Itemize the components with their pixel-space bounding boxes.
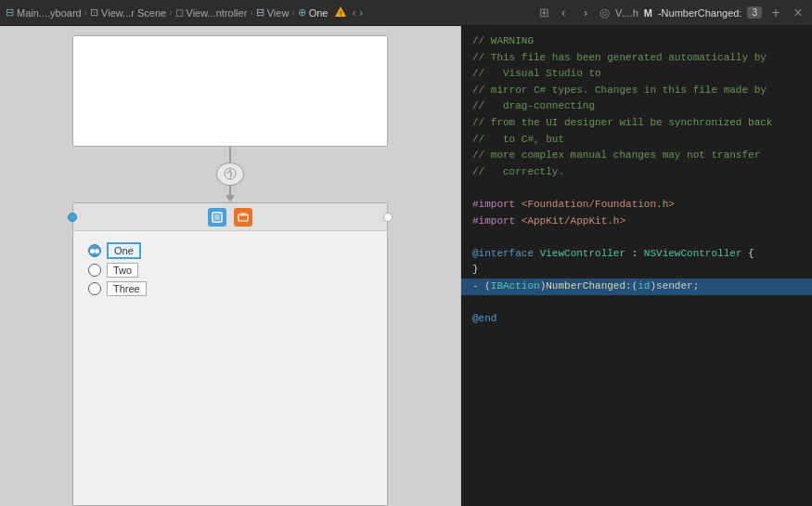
breadcrumb: ⊟ Main....yboard › ⊡ View...r Scene › ◻ …: [6, 6, 363, 19]
code-line-highlighted: - (IBAction)NumberChanged:(id)sender;: [461, 279, 812, 295]
add-button[interactable]: +: [767, 5, 784, 21]
code-line-9: // correctly.: [472, 164, 801, 181]
main-view-box: One Two Three: [72, 202, 388, 506]
main-content: One Two Three: [0, 26, 812, 506]
warning-triangle: !: [334, 6, 347, 19]
connector-circle: [216, 162, 244, 186]
arrow-line: [229, 186, 231, 195]
radio-btn-two[interactable]: [88, 264, 101, 277]
counter-badge: 3: [747, 6, 762, 19]
radio-icon: ⊕: [298, 6, 306, 19]
svg-text:!: !: [340, 9, 342, 18]
radio-item-one[interactable]: One: [88, 242, 372, 259]
nav-back-icon[interactable]: ‹: [352, 6, 355, 19]
radio-btn-three[interactable]: [88, 282, 101, 295]
storyboard-icon: ⊟: [6, 6, 14, 19]
arrow-head: [226, 195, 235, 202]
radio-label-two: Two: [107, 263, 138, 278]
code-nav-next[interactable]: ›: [577, 5, 594, 21]
code-line-7: // to C#, but: [472, 132, 801, 149]
svg-rect-5: [214, 214, 220, 220]
radio-btn-one[interactable]: [88, 244, 101, 257]
radio-item-two[interactable]: Two: [88, 263, 372, 278]
main-toolbar: ⊟ Main....yboard › ⊡ View...r Scene › ◻ …: [0, 0, 812, 26]
interface-builder-panel: One Two Three: [0, 26, 461, 506]
filename-active: M: [644, 7, 652, 19]
filename-prefix: V....h: [615, 7, 638, 19]
code-nav-prev[interactable]: ‹: [555, 5, 572, 21]
breadcrumb-item-view[interactable]: ⊟ View: [256, 6, 290, 19]
code-line-end: @end: [472, 311, 801, 328]
nav-forward-icon[interactable]: ›: [359, 6, 363, 19]
connection-dot-left: [68, 213, 77, 222]
code-editor-panel: // WARNING // This file has been generat…: [461, 26, 812, 506]
related-items-icon[interactable]: ◎: [599, 6, 610, 19]
radio-group: One Two Three: [73, 231, 387, 307]
grid-icon: ⊞: [539, 6, 549, 19]
connection-dot-right: [383, 213, 393, 222]
view-box-header: [73, 203, 387, 231]
connector-area: [216, 147, 244, 202]
radio-label-one: One: [107, 242, 141, 259]
view-icon: ⊟: [256, 6, 264, 19]
view-icon-orange: [234, 208, 252, 227]
code-line-3: // Visual Studio to: [472, 66, 801, 83]
breadcrumb-item-controller[interactable]: ◻ View...ntroller: [175, 6, 248, 19]
code-line-2: // This file has been generated automati…: [472, 50, 801, 67]
code-line-blank-2: [472, 229, 801, 246]
method-label: -NumberChanged:: [658, 7, 742, 19]
view-icon-blue: [208, 208, 226, 227]
connector-arrow: [226, 186, 235, 202]
code-line-1: // WARNING: [472, 33, 801, 50]
close-button[interactable]: ×: [790, 5, 806, 21]
top-view-box: [72, 35, 388, 147]
code-line-4: // mirror C# types. Changes in this file…: [472, 83, 801, 99]
svg-point-3: [229, 170, 231, 172]
code-line-blank-3: [472, 295, 801, 312]
code-line-blank-1: [472, 180, 801, 197]
controller-icon: ◻: [175, 6, 184, 19]
breadcrumb-item-storyboard[interactable]: ⊟ Main....yboard: [6, 6, 82, 19]
radio-item-three[interactable]: Three: [88, 281, 372, 296]
code-line-5: // drag-connecting: [472, 98, 801, 115]
code-line-8: // more complex manual changes may not t…: [472, 148, 801, 164]
code-line-import-2: #import <AppKit/AppKit.h>: [472, 214, 801, 230]
breadcrumb-item-one[interactable]: ⊕ One: [298, 6, 329, 19]
connector-line-top: [229, 147, 231, 162]
svg-rect-7: [240, 213, 246, 216]
code-content: // WARNING // This file has been generat…: [461, 26, 812, 506]
radio-label-three: Three: [107, 281, 147, 296]
canvas-area: One Two Three: [0, 26, 460, 506]
code-line-brace: }: [472, 262, 801, 279]
code-line-interface: @interface ViewController : NSViewContro…: [472, 246, 801, 263]
scene-icon: ⊡: [90, 6, 98, 19]
breadcrumb-item-scene[interactable]: ⊡ View...r Scene: [90, 6, 166, 19]
code-line-import-1: #import <Foundation/Foundation.h>: [472, 197, 801, 214]
code-line-6: // from the UI designer will be synchron…: [472, 115, 801, 132]
code-toolbar-right: ⊞ ‹ › ◎ V....h M -NumberChanged: 3 + ×: [539, 5, 806, 21]
